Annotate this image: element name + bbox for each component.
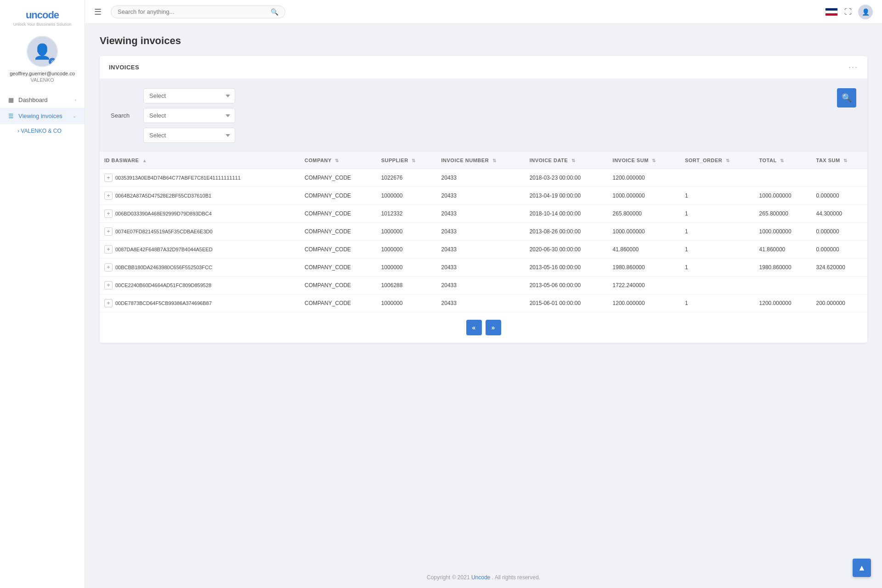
row-expand-btn[interactable]: +	[104, 263, 113, 271]
cell-company: COMPANY_CODE	[300, 241, 377, 259]
col-total[interactable]: TOTAL ⇅	[755, 152, 812, 169]
search-select-2[interactable]: Select	[143, 108, 235, 123]
submenu-label: VALENKO & CO	[21, 128, 61, 134]
col-invoice-number[interactable]: INVOICE NUMBER ⇅	[437, 152, 525, 169]
row-expand-btn[interactable]: +	[104, 209, 113, 218]
id-value: 00CE2240B60D4664AD51FC809D859528	[115, 283, 211, 288]
cell-tax-sum: 0.000000	[812, 187, 868, 205]
cell-company: COMPANY_CODE	[300, 294, 377, 312]
col-tax-sum-sort-icon: ⇅	[843, 158, 848, 163]
sidebar-role: VALENKO	[30, 77, 54, 83]
col-sort-order-sort-icon: ⇅	[726, 158, 730, 163]
invoices-table-container: ID BASWARE ▲ COMPANY ⇅ SUPPLIER ⇅	[100, 152, 867, 312]
cell-invoice-sum: 1000.000000	[608, 187, 680, 205]
cell-id: + 0064B2A87A5D47528E2BF55CD37610B1	[100, 187, 300, 205]
user-avatar-top[interactable]: 👤	[858, 5, 873, 19]
cell-invoice-date: 2020-06-30 00:00:00	[525, 241, 608, 259]
col-company[interactable]: COMPANY ⇅	[300, 152, 377, 169]
sidebar-username: geoffrey.guerrier@uncode.co	[10, 71, 75, 76]
cell-total: 1000.000000	[755, 223, 812, 241]
cell-sort-order: 1	[680, 187, 755, 205]
cell-tax-sum	[812, 169, 868, 187]
footer-brand[interactable]: Uncode	[471, 574, 490, 581]
cell-invoice-sum: 1200.000000	[608, 294, 680, 312]
cell-tax-sum: 44.300000	[812, 205, 868, 223]
col-supplier-sort-icon: ⇅	[412, 158, 416, 163]
back-to-top-icon: ▲	[858, 563, 866, 573]
fullscreen-icon[interactable]: ⛶	[844, 8, 852, 16]
cell-id: + 006BD033390A468E92999D79D893DBC4	[100, 205, 300, 223]
card-title: INVOICES	[109, 64, 139, 71]
col-supplier[interactable]: SUPPLIER ⇅	[377, 152, 437, 169]
sidebar-item-dashboard[interactable]: ▦ Dashboard ›	[0, 92, 85, 108]
row-expand-btn[interactable]: +	[104, 299, 113, 307]
col-id[interactable]: ID BASWARE ▲	[100, 152, 300, 169]
cell-invoice-date: 2013-05-16 00:00:00	[525, 259, 608, 277]
pagination-prev[interactable]: «	[466, 320, 482, 335]
cell-id: + 00BCBB180DA2463980C656F552503FCC	[100, 259, 300, 277]
row-expand-btn[interactable]: +	[104, 174, 113, 182]
col-sort-order[interactable]: SORT_ORDER ⇅	[680, 152, 755, 169]
sidebar-nav: ▦ Dashboard › ☰ Viewing invoices ⌄ › VAL…	[0, 92, 85, 138]
cell-total: 41.860000	[755, 241, 812, 259]
cell-invoice-date: 2015-06-01 00:00:00	[525, 294, 608, 312]
col-invoice-number-sort-icon: ⇅	[492, 158, 497, 163]
col-tax-sum[interactable]: TAX SUM ⇅	[812, 152, 868, 169]
sidebar-submenu: › VALENKO & CO	[0, 124, 85, 138]
hamburger-icon[interactable]: ☰	[94, 7, 102, 17]
table-row: + 0074E07FD82145519A5F35CDBAE6E3D0 COMPA…	[100, 223, 867, 241]
cell-supplier: 1022676	[377, 169, 437, 187]
cell-supplier: 1000000	[377, 223, 437, 241]
cell-invoice-number: 20433	[437, 259, 525, 277]
col-total-sort-icon: ⇅	[780, 158, 784, 163]
table-row: + 006BD033390A468E92999D79D893DBC4 COMPA…	[100, 205, 867, 223]
search-button[interactable]: 🔍	[837, 88, 856, 107]
cell-invoice-date: 2013-08-26 00:00:00	[525, 223, 608, 241]
row-expand-btn[interactable]: +	[104, 245, 113, 254]
cell-invoice-number: 20433	[437, 277, 525, 294]
cell-invoice-date: 2018-10-14 00:00:00	[525, 205, 608, 223]
language-flag[interactable]	[825, 8, 838, 16]
cell-supplier: 1000000	[377, 294, 437, 312]
avatar: 👤 ⚙	[27, 36, 58, 67]
cell-supplier: 1000000	[377, 259, 437, 277]
cell-company: COMPANY_CODE	[300, 205, 377, 223]
id-value: 00353913A0EB4D74B64C77ABFE7C81E411111111…	[115, 175, 241, 181]
table-body: + 00353913A0EB4D74B64C77ABFE7C81E4111111…	[100, 169, 867, 312]
row-expand-btn[interactable]: +	[104, 192, 113, 200]
back-to-top-button[interactable]: ▲	[853, 559, 871, 577]
search-bar: 🔍	[111, 6, 285, 18]
invoices-label: Viewing invoices	[18, 113, 62, 119]
cell-sort-order: 1	[680, 205, 755, 223]
sidebar-item-viewing-invoices[interactable]: ☰ Viewing invoices ⌄	[0, 108, 85, 124]
search-select-1[interactable]: Select	[143, 88, 235, 103]
col-invoice-date[interactable]: INVOICE DATE ⇅	[525, 152, 608, 169]
page-title: Viewing invoices	[100, 35, 867, 47]
sidebar-submenu-valenko[interactable]: › VALENKO & CO	[9, 124, 85, 138]
card-menu-icon[interactable]: ···	[848, 62, 858, 72]
cell-supplier: 1012332	[377, 205, 437, 223]
cell-total: 265.800000	[755, 205, 812, 223]
search-btn-icon: 🔍	[842, 93, 852, 103]
row-expand-btn[interactable]: +	[104, 227, 113, 236]
search-label: Search	[111, 112, 136, 119]
search-input[interactable]	[118, 8, 271, 15]
pagination-next[interactable]: »	[486, 320, 501, 335]
cell-id: + 0087DA8E42F648B7A32D97B4044A5EED	[100, 241, 300, 259]
table-row: + 00DE7873BCD64F5CB99386A374696B87 COMPA…	[100, 294, 867, 312]
table-row: + 0087DA8E42F648B7A32D97B4044A5EED COMPA…	[100, 241, 867, 259]
col-invoice-sum[interactable]: INVOICE SUM ⇅	[608, 152, 680, 169]
cell-invoice-number: 20433	[437, 294, 525, 312]
cell-company: COMPANY_CODE	[300, 223, 377, 241]
search-select-3[interactable]: Select	[143, 128, 235, 143]
app-logo: uncode	[26, 9, 59, 21]
id-value: 00BCBB180DA2463980C656F552503FCC	[115, 265, 212, 270]
table-row: + 00353913A0EB4D74B64C77ABFE7C81E4111111…	[100, 169, 867, 187]
search-icon: 🔍	[271, 8, 278, 16]
cell-sort-order: 1	[680, 294, 755, 312]
cell-invoice-sum: 41.860000	[608, 241, 680, 259]
cell-sort-order: 1	[680, 259, 755, 277]
row-expand-btn[interactable]: +	[104, 281, 113, 289]
card-header: INVOICES ···	[100, 56, 867, 79]
cell-tax-sum	[812, 277, 868, 294]
